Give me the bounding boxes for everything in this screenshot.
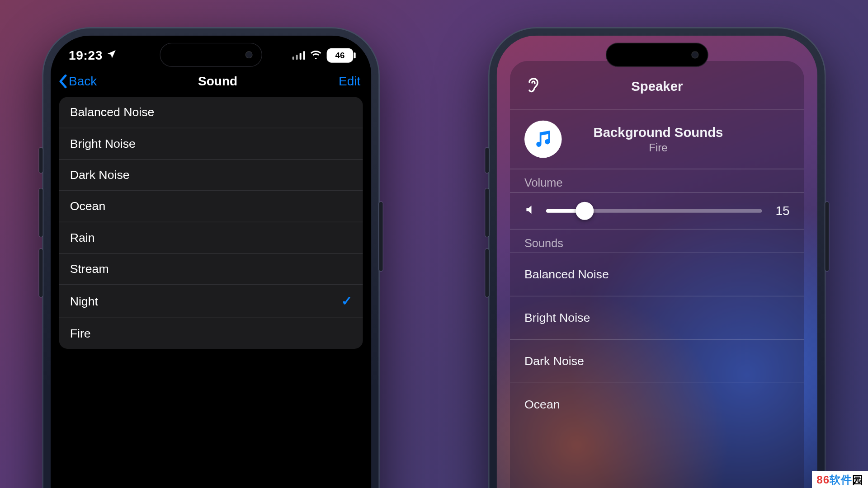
phone-side-button [825,202,829,271]
sounds-section-header: Sounds [510,229,804,253]
back-button[interactable]: Back [58,74,97,89]
sound-list: Balanced NoiseBright NoiseDark NoiseOcea… [59,97,363,349]
sound-option-label: Night [70,294,98,308]
now-playing[interactable]: Background Sounds Fire [510,109,804,169]
wifi-icon [310,49,322,61]
cellular-signal-icon [292,51,305,60]
watermark: 86软件园 [812,471,868,488]
sounds-label: Sounds [524,237,790,250]
watermark-part: 园 [852,474,863,486]
sound-option-label: Dark Noise [70,168,130,182]
phone-side-button [39,148,43,173]
battery-indicator: 46 [327,48,354,63]
output-device-label[interactable]: Speaker [510,79,804,95]
hearing-panel: Speaker Background Sounds Fire Volume [510,61,804,488]
sound-option[interactable]: Stream [59,253,363,284]
sound-option[interactable]: Night✓ [59,284,363,317]
phone-side-button [485,148,489,173]
dynamic-island [606,43,708,67]
watermark-part: 86 [816,474,830,486]
sound-option[interactable]: Balanced Noise [510,253,804,296]
phone-left: 19:23 46 [42,27,380,488]
volume-row: 15 [510,192,804,229]
slider-knob[interactable] [576,202,594,220]
dynamic-island [160,43,262,67]
volume-label: Volume [524,177,790,190]
page-title: Sound [198,74,237,89]
sound-option-label: Bright Noise [70,137,136,151]
settings-sound-screen: 19:23 46 [51,36,371,488]
sound-option[interactable]: Fire [59,318,363,349]
watermark-part: 软件 [830,474,852,486]
phone-side-button [39,249,43,297]
edit-button[interactable]: Edit [339,74,360,89]
phone-side-button [379,202,383,271]
phone-right: Speaker Background Sounds Fire Volume [488,27,826,488]
volume-slider[interactable] [546,209,762,213]
nav-bar: Back Sound Edit [51,69,371,97]
sound-list: Balanced NoiseBright NoiseDark NoiseOcea… [510,253,804,426]
sound-option[interactable]: Bright Noise [510,296,804,339]
sound-option-label: Fire [70,327,91,341]
sound-option[interactable]: Dark Noise [510,339,804,383]
sound-option[interactable]: Balanced Noise [59,97,363,128]
sound-option[interactable]: Rain [59,222,363,253]
now-playing-subtitle: Fire [527,141,789,154]
back-label: Back [69,74,97,89]
sound-option-label: Rain [70,231,95,245]
location-arrow-icon [106,48,117,63]
now-playing-title: Background Sounds [527,124,789,140]
phone-side-button [485,249,489,297]
volume-value: 15 [772,204,790,218]
phone-side-button [485,188,489,237]
sound-option-label: Stream [70,262,109,276]
status-time: 19:23 [69,48,103,63]
sound-option[interactable]: Ocean [510,383,804,426]
phone-side-button [39,188,43,237]
volume-section-header: Volume [510,169,804,192]
sound-option[interactable]: Bright Noise [59,128,363,159]
speaker-icon [524,204,537,218]
checkmark-icon: ✓ [341,293,352,309]
sound-option[interactable]: Dark Noise [59,159,363,190]
chevron-left-icon [58,74,67,89]
sound-option-label: Balanced Noise [70,105,155,119]
sound-option[interactable]: Ocean [59,190,363,221]
sound-option-label: Ocean [70,199,106,213]
hearing-control-panel-screen: Speaker Background Sounds Fire Volume [497,36,817,488]
